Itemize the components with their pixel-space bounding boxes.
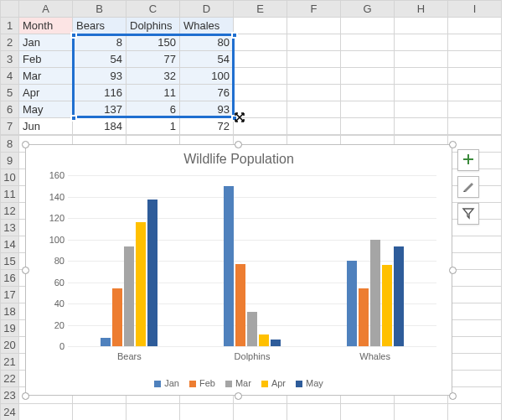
- row-header-13[interactable]: 13: [1, 220, 19, 236]
- cell-B7[interactable]: 184: [73, 118, 126, 135]
- row-header-19[interactable]: 19: [1, 320, 19, 337]
- cell-B4[interactable]: 93: [73, 68, 126, 85]
- cell-G6[interactable]: [341, 101, 395, 118]
- cell-I15[interactable]: [448, 253, 502, 270]
- cell-E24[interactable]: [234, 404, 287, 421]
- cell-E6[interactable]: [234, 101, 287, 118]
- cell-E5[interactable]: [234, 85, 287, 101]
- row-header-8[interactable]: 8: [1, 136, 19, 153]
- cell-I14[interactable]: [448, 236, 502, 253]
- cell-I20[interactable]: [448, 337, 502, 354]
- chart-styles-button[interactable]: [457, 176, 479, 198]
- cell-E4[interactable]: [234, 68, 287, 85]
- cell-A4[interactable]: Mar: [19, 68, 73, 85]
- bar[interactable]: [112, 288, 122, 346]
- row-header-24[interactable]: 24: [1, 404, 19, 421]
- legend-item[interactable]: Feb: [189, 378, 215, 388]
- cell-D1[interactable]: Whales: [180, 18, 234, 34]
- cell-C7[interactable]: 1: [126, 118, 180, 135]
- cell-G1[interactable]: [341, 18, 395, 34]
- row-header-2[interactable]: 2: [1, 34, 19, 51]
- cell-E3[interactable]: [234, 51, 287, 68]
- bar[interactable]: [224, 186, 234, 346]
- row-header-3[interactable]: 3: [1, 51, 19, 68]
- bar[interactable]: [271, 340, 281, 346]
- cell-G5[interactable]: [341, 85, 395, 101]
- cell-G2[interactable]: [341, 34, 395, 51]
- cell-A1[interactable]: Month: [19, 18, 73, 34]
- row-header-5[interactable]: 5: [1, 85, 19, 101]
- bar[interactable]: [101, 338, 111, 346]
- cell-B24[interactable]: [73, 404, 126, 421]
- cell-I4[interactable]: [448, 68, 502, 85]
- row-header-12[interactable]: 12: [1, 203, 19, 220]
- cell-E1[interactable]: [234, 18, 287, 34]
- chart-handle[interactable]: [235, 141, 242, 148]
- bar[interactable]: [394, 246, 404, 346]
- chart-handle[interactable]: [22, 267, 29, 274]
- cell-H1[interactable]: [395, 18, 448, 34]
- cell-C2[interactable]: 150: [126, 34, 180, 51]
- row-header-17[interactable]: 17: [1, 287, 19, 303]
- cell-C4[interactable]: 32: [126, 68, 180, 85]
- row-header-14[interactable]: 14: [1, 236, 19, 253]
- legend-item[interactable]: Apr: [261, 378, 286, 388]
- bar[interactable]: [259, 334, 269, 346]
- cell-H7[interactable]: [395, 118, 448, 135]
- cell-I21[interactable]: [448, 354, 502, 371]
- cell-B6[interactable]: 137: [73, 101, 126, 118]
- chart-title[interactable]: Wildlife Population: [26, 152, 452, 167]
- legend-item[interactable]: Jan: [154, 378, 179, 388]
- bar[interactable]: [359, 288, 369, 346]
- row-header-15[interactable]: 15: [1, 253, 19, 270]
- row-header-6[interactable]: 6: [1, 101, 19, 118]
- cell-G24[interactable]: [341, 404, 395, 421]
- col-header-B[interactable]: B: [73, 1, 126, 18]
- cell-F4[interactable]: [287, 68, 341, 85]
- cell-B5[interactable]: 116: [73, 85, 126, 101]
- bar[interactable]: [247, 312, 257, 346]
- cell-B1[interactable]: Bears: [73, 18, 126, 34]
- cell-G3[interactable]: [341, 51, 395, 68]
- cell-H3[interactable]: [395, 51, 448, 68]
- col-header-D[interactable]: D: [180, 1, 234, 18]
- cell-A7[interactable]: Jun: [19, 118, 73, 135]
- cell-F7[interactable]: [287, 118, 341, 135]
- cell-I22[interactable]: [448, 371, 502, 387]
- cell-A5[interactable]: Apr: [19, 85, 73, 101]
- bar[interactable]: [347, 261, 357, 346]
- row-header-10[interactable]: 10: [1, 169, 19, 186]
- chart-handle[interactable]: [22, 392, 29, 400]
- cell-B2[interactable]: 8: [73, 34, 126, 51]
- cell-E7[interactable]: [234, 118, 287, 135]
- cell-H6[interactable]: [395, 101, 448, 118]
- cell-F5[interactable]: [287, 85, 341, 101]
- legend-item[interactable]: May: [296, 378, 323, 388]
- col-header-I[interactable]: I: [448, 1, 502, 18]
- cell-I5[interactable]: [448, 85, 502, 101]
- cell-G7[interactable]: [341, 118, 395, 135]
- row-header-22[interactable]: 22: [1, 371, 19, 387]
- cell-C6[interactable]: 6: [126, 101, 180, 118]
- cell-C1[interactable]: Dolphins: [126, 18, 180, 34]
- cell-C5[interactable]: 11: [126, 85, 180, 101]
- row-header-4[interactable]: 4: [1, 68, 19, 85]
- cell-A24[interactable]: [19, 404, 73, 421]
- cell-F24[interactable]: [287, 404, 341, 421]
- col-header-E[interactable]: E: [234, 1, 287, 18]
- selection-handle-tl[interactable]: [70, 32, 77, 39]
- bar[interactable]: [382, 265, 392, 346]
- cell-I24[interactable]: [448, 404, 502, 421]
- bar[interactable]: [370, 240, 380, 347]
- cell-H24[interactable]: [395, 404, 448, 421]
- row-header-23[interactable]: 23: [1, 387, 19, 404]
- chart-object[interactable]: Wildlife Population 02040608010012014016…: [25, 144, 452, 396]
- cell-F1[interactable]: [287, 18, 341, 34]
- col-header-F[interactable]: F: [287, 1, 341, 18]
- row-header-21[interactable]: 21: [1, 354, 19, 371]
- select-all-corner[interactable]: [1, 1, 19, 18]
- cell-A3[interactable]: Feb: [19, 51, 73, 68]
- cell-A6[interactable]: May: [19, 101, 73, 118]
- cell-I19[interactable]: [448, 320, 502, 337]
- row-header-1[interactable]: 1: [1, 18, 19, 34]
